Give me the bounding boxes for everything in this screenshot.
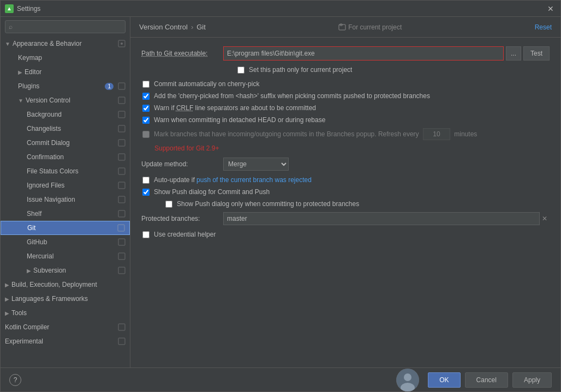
credential-checkbox[interactable]: [142, 231, 150, 238]
sidebar-item-github[interactable]: GitHub: [1, 235, 130, 249]
reset-button[interactable]: Reset: [535, 23, 552, 31]
warn-detached-checkbox[interactable]: [142, 117, 150, 124]
settings-window: ▲ Settings ✕ ⌕ ▼ Appearance & Behavior K…: [0, 0, 561, 392]
protected-branches-input[interactable]: [223, 212, 540, 225]
sidebar-item-kotlin[interactable]: Kotlin Compiler: [1, 320, 130, 334]
sidebar-item-confirmation[interactable]: Confirmation: [1, 150, 130, 164]
svg-point-21: [404, 373, 411, 381]
expand-icon: ▶: [5, 282, 9, 288]
item-icon: [118, 139, 126, 147]
sidebar-item-label: Tools: [11, 309, 126, 317]
svg-rect-7: [118, 154, 125, 160]
set-path-label: Set this path only for current project: [249, 66, 352, 74]
auto-update-checkbox[interactable]: [142, 177, 150, 184]
svg-rect-14: [118, 253, 125, 260]
svg-rect-3: [118, 97, 125, 104]
external-icon: [118, 82, 126, 90]
warn-crlf-label: Warn if CRLF line separators are about t…: [154, 104, 316, 112]
minutes-input[interactable]: [423, 128, 450, 140]
sidebar-item-label: Kotlin Compiler: [5, 323, 116, 331]
sidebar-item-changelists[interactable]: Changelists: [1, 122, 130, 136]
sidebar-item-tools[interactable]: ▶ Tools: [1, 306, 130, 320]
sidebar-item-build[interactable]: ▶ Build, Execution, Deployment: [1, 278, 130, 292]
svg-rect-13: [118, 239, 125, 245]
show-push-protected-label: Show Push dialog only when committing to…: [177, 200, 359, 208]
main-panel: Version Control › Git For current projec…: [130, 17, 560, 367]
git-path-input[interactable]: [223, 46, 504, 61]
sidebar-item-keymap[interactable]: Keymap: [1, 51, 130, 65]
sidebar-item-languages[interactable]: ▶ Languages & Frameworks: [1, 292, 130, 306]
breadcrumb-git: Git: [196, 23, 206, 31]
sidebar-item-background[interactable]: Background: [1, 107, 130, 122]
sidebar-item-shelf[interactable]: Shelf: [1, 207, 130, 221]
sidebar-item-label: Git: [27, 224, 115, 232]
sidebar-item-editor[interactable]: ▶ Editor: [1, 65, 130, 79]
breadcrumb: Version Control › Git For current projec…: [130, 17, 560, 38]
show-push-protected-checkbox[interactable]: [165, 201, 172, 208]
breadcrumb-project: For current project: [338, 23, 402, 31]
auto-update-row: Auto-update if push of the current branc…: [141, 176, 550, 184]
search-input[interactable]: [15, 23, 122, 31]
item-icon: [117, 224, 125, 232]
breadcrumb-path: Version Control › Git: [139, 23, 206, 31]
add-cherry-checkbox[interactable]: [142, 93, 150, 100]
apply-button[interactable]: Apply: [512, 372, 552, 388]
svg-rect-15: [118, 267, 125, 274]
breadcrumb-vc: Version Control: [139, 23, 188, 31]
update-method-select[interactable]: Merge Rebase Branch Default: [223, 158, 289, 171]
mark-branches-checkbox[interactable]: [142, 131, 150, 138]
test-button[interactable]: Test: [523, 46, 550, 61]
svg-rect-12: [118, 225, 124, 231]
sidebar-item-label: Keymap: [18, 54, 126, 62]
mark-branches-label: Mark branches that have incoming/outgoin…: [154, 128, 477, 140]
sidebar-item-file-status[interactable]: File Status Colors: [1, 164, 130, 178]
expand-icon: ▶: [27, 268, 31, 274]
expand-icon: ▼: [18, 98, 23, 104]
cancel-button[interactable]: Cancel: [465, 372, 508, 388]
sidebar-item-appearance[interactable]: ▼ Appearance & Behavior: [1, 37, 130, 51]
svg-rect-2: [118, 83, 125, 89]
sidebar-item-plugins[interactable]: Plugins 1: [1, 79, 130, 93]
svg-point-1: [121, 43, 123, 45]
ok-button[interactable]: OK: [428, 372, 460, 388]
sidebar-item-git[interactable]: Git: [1, 221, 130, 235]
footer-buttons: OK Cancel Apply: [428, 372, 552, 388]
sidebar-item-label: Version Control: [26, 97, 116, 104]
app-icon: ▲: [5, 4, 14, 13]
protected-clear-button[interactable]: ✕: [540, 215, 550, 222]
sidebar-item-ignored[interactable]: Ignored Files: [1, 178, 130, 192]
warn-crlf-checkbox[interactable]: [142, 105, 150, 112]
search-box[interactable]: ⌕: [5, 20, 126, 33]
expand-icon: ▼: [5, 41, 10, 47]
main-content: ⌕ ▼ Appearance & Behavior Keymap ▶ Edito…: [1, 17, 560, 367]
show-push-protected-row: Show Push dialog only when committing to…: [152, 200, 550, 208]
svg-rect-6: [118, 140, 125, 146]
sidebar-item-subversion[interactable]: ▶ Subversion: [1, 263, 130, 278]
commit-auto-checkbox[interactable]: [142, 81, 150, 88]
project-label: For current project: [348, 23, 402, 31]
sidebar-item-label: Background: [27, 111, 116, 118]
sidebar-item-commit-dialog[interactable]: Commit Dialog: [1, 136, 130, 150]
sidebar-item-version-control[interactable]: ▼ Version Control: [1, 93, 130, 107]
browse-button[interactable]: ...: [506, 46, 521, 61]
sidebar-item-label: Issue Navigation: [27, 196, 116, 203]
sidebar-item-mercurial[interactable]: Mercurial: [1, 249, 130, 263]
title-bar: ▲ Settings ✕: [1, 1, 560, 17]
git-version-notice: Supported for Git 2.9+: [154, 144, 550, 152]
close-button[interactable]: ✕: [545, 3, 556, 14]
warn-crlf-row: Warn if CRLF line separators are about t…: [141, 104, 550, 112]
sidebar-item-experimental[interactable]: Experimental: [1, 334, 130, 348]
protected-branches-row: Protected branches: ✕: [141, 212, 550, 225]
plugins-badge: 1: [105, 83, 114, 90]
help-button[interactable]: ?: [9, 374, 21, 386]
sidebar-item-issue-nav[interactable]: Issue Navigation: [1, 192, 130, 207]
show-push-checkbox[interactable]: [142, 189, 150, 196]
item-icon: [118, 153, 126, 161]
breadcrumb-separator: ›: [191, 23, 193, 31]
sidebar-item-label: Editor: [25, 68, 126, 76]
commit-auto-row: Commit automatically on cherry-pick: [141, 80, 550, 88]
set-path-checkbox[interactable]: [237, 67, 244, 74]
sidebar-item-label: Experimental: [5, 337, 116, 345]
sidebar-item-label: Commit Dialog: [27, 139, 116, 147]
svg-rect-9: [118, 182, 125, 189]
